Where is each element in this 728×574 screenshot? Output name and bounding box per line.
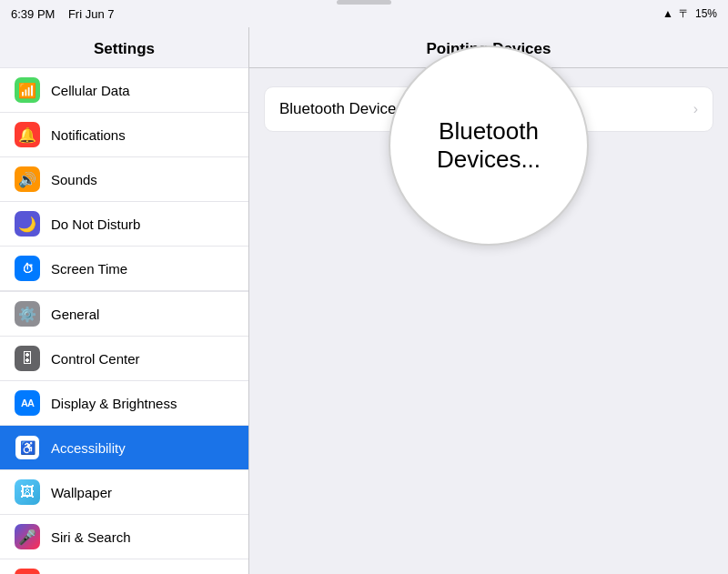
sidebar-item-siri[interactable]: 🎤 Siri & Search — [0, 515, 248, 559]
cellular-label: Cellular Data — [51, 83, 130, 98]
sidebar-item-accessibility[interactable]: ♿ Accessibility — [0, 426, 248, 470]
status-icons: ▲ 〒 15% — [662, 6, 717, 22]
screentime-label: Screen Time — [51, 261, 127, 277]
sidebar-item-general[interactable]: ⚙️ General — [0, 291, 248, 337]
siri-label: Siri & Search — [51, 529, 131, 545]
sounds-label: Sounds — [51, 172, 97, 187]
time-display: 6:39 PM — [11, 7, 55, 21]
general-label: General — [51, 307, 99, 322]
chevron-icon: › — [693, 101, 698, 117]
display-label: Display & Brightness — [51, 396, 177, 411]
display-icon: AA — [15, 390, 40, 416]
sidebar-item-sounds[interactable]: 🔊 Sounds — [0, 157, 248, 202]
cellular-icon: 📶 — [15, 77, 40, 103]
sidebar-item-screentime[interactable]: ⏱ Screen Time — [0, 247, 248, 291]
general-icon: ⚙️ — [15, 301, 40, 327]
main-layout: Settings 📶 Cellular Data 🔔 Notifications… — [0, 27, 728, 574]
sidebar: Settings 📶 Cellular Data 🔔 Notifications… — [0, 27, 249, 574]
sidebar-item-touchid[interactable]: ☝ Touch ID & Passcode — [0, 559, 248, 574]
sidebar-item-notifications[interactable]: 🔔 Notifications — [0, 113, 248, 157]
notifications-icon: 🔔 — [15, 122, 40, 147]
sidebar-item-wallpaper[interactable]: 🖼 Wallpaper — [0, 470, 248, 515]
touchid-icon: ☝ — [15, 569, 40, 574]
sidebar-item-cellular[interactable]: 📶 Cellular Data — [0, 67, 248, 113]
sidebar-item-controlcenter[interactable]: 🎛 Control Center — [0, 337, 248, 381]
controlcenter-label: Control Center — [51, 351, 140, 367]
siri-icon: 🎤 — [15, 524, 40, 549]
sidebar-title: Settings — [0, 27, 248, 67]
accessibility-label: Accessibility — [51, 440, 126, 456]
sidebar-item-donotdisturb[interactable]: 🌙 Do Not Disturb — [0, 202, 248, 247]
drag-indicator — [337, 0, 391, 5]
sidebar-item-display[interactable]: AA Display & Brightness — [0, 381, 248, 426]
screentime-icon: ⏱ — [15, 256, 40, 281]
signal-icon: 〒 — [679, 6, 690, 22]
date-display: Fri Jun 7 — [68, 7, 115, 21]
wallpaper-label: Wallpaper — [51, 485, 112, 500]
magnifier-overlay: Bluetooth Devices... — [389, 45, 589, 246]
sidebar-section-1: 📶 Cellular Data 🔔 Notifications 🔊 Sounds… — [0, 67, 248, 291]
accessibility-icon: ♿ — [15, 435, 40, 460]
sounds-icon: 🔊 — [15, 166, 40, 192]
controlcenter-icon: 🎛 — [15, 346, 40, 371]
donotdisturb-label: Do Not Disturb — [51, 217, 140, 232]
wallpaper-icon: 🖼 — [15, 479, 40, 505]
status-time: 6:39 PM Fri Jun 7 — [11, 7, 114, 21]
content-area: Pointing Devices Bluetooth Devices... › … — [249, 27, 728, 574]
magnifier-text: Bluetooth Devices... — [390, 117, 587, 174]
wifi-icon: ▲ — [662, 7, 673, 20]
sidebar-section-2: ⚙️ General 🎛 Control Center AA Display &… — [0, 291, 248, 574]
notifications-label: Notifications — [51, 127, 126, 143]
donotdisturb-icon: 🌙 — [15, 211, 40, 237]
battery-display: 15% — [695, 7, 717, 20]
